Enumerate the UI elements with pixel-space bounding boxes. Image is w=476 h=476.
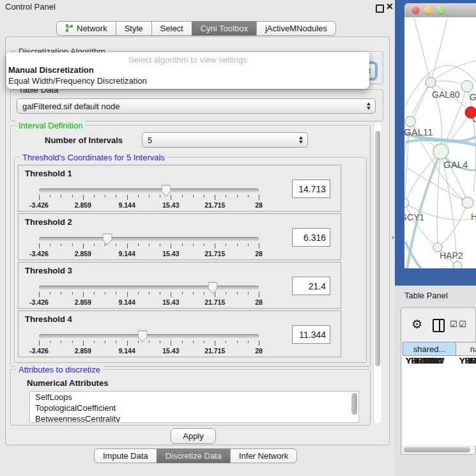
table-row[interactable]: YIL052CYIL0 (403, 356, 476, 365)
tab-label: Discretize Data (165, 451, 222, 461)
checkbox-icon[interactable]: ☑ (450, 319, 457, 329)
slider-ticks (39, 292, 259, 298)
tab-label: Select (160, 24, 183, 33)
tick-mark (248, 341, 249, 343)
tick-label: 28 (255, 250, 263, 257)
tab-jactivemnodules[interactable]: jActiveMNodules (256, 21, 336, 36)
tick-mark (39, 243, 40, 249)
network-node[interactable] (462, 197, 473, 208)
numerical-attributes-label: Numerical Attributes (27, 378, 108, 388)
network-edge[interactable] (406, 167, 468, 203)
network-node[interactable] (405, 116, 415, 127)
threshold-value-field[interactable]: 21.4 (292, 277, 330, 295)
gear-icon[interactable]: ⚙ (411, 317, 422, 332)
tick-mark (127, 341, 128, 346)
panel-scrollbar-thumb[interactable] (375, 131, 380, 366)
table-data-value: galFiltered.sif default node (22, 102, 119, 111)
slider-tick-labels: -3.4262.8599.14415.4321.71528 (39, 201, 259, 209)
network-node[interactable] (453, 261, 462, 268)
slider-tick-labels: -3.4262.8599.14415.4321.71528 (39, 298, 259, 306)
column-header-shared-name[interactable]: shared... (403, 342, 456, 356)
tick-mark (127, 195, 128, 200)
tick-mark (105, 292, 105, 295)
threshold-1-block: Threshold 1 -3.4262.8599.14415.4321.7152… (18, 165, 341, 211)
number-of-intervals-combobox[interactable]: 5 (142, 132, 308, 148)
network-node[interactable] (426, 77, 436, 88)
threshold-slider[interactable] (39, 237, 259, 241)
threshold-slider[interactable] (39, 188, 259, 192)
tab-style[interactable]: Style (116, 21, 152, 36)
network-edge[interactable] (414, 18, 431, 82)
attribute-list-item[interactable]: SelfLoops (30, 392, 358, 403)
tab-cyni-toolbox[interactable]: Cyni Toolbox (192, 21, 257, 36)
close-traffic-light-icon[interactable] (411, 6, 420, 14)
tick-mark (149, 341, 150, 343)
network-edge[interactable] (438, 203, 468, 247)
checkbox-icon[interactable]: ☑ (459, 319, 466, 329)
split-columns-icon[interactable] (433, 319, 445, 332)
tab-discretize-data[interactable]: Discretize Data (157, 449, 231, 463)
column-header-name[interactable]: na (456, 342, 476, 356)
zoom-traffic-light-icon[interactable] (437, 6, 445, 14)
cyni-mode-tabs: Impute Data Discretize Data Infer Networ… (94, 449, 297, 463)
tab-label: Infer Network (239, 451, 288, 461)
attribute-list-item[interactable]: TopologicalCoefficient (30, 403, 358, 413)
tick-label: 21.715 (204, 347, 225, 355)
network-node[interactable] (461, 81, 473, 92)
network-edge[interactable] (437, 151, 441, 247)
tick-mark (237, 243, 238, 246)
combo-stepper-icon (299, 136, 303, 144)
attribute-list-item[interactable]: BetweennessCentrality (30, 413, 358, 423)
algorithm-dropdown-popup: Select algorithm to view settings Manual… (6, 52, 369, 89)
tick-mark (138, 243, 139, 246)
tick-mark (204, 195, 204, 197)
table-data-combobox[interactable]: galFiltered.sif default node (17, 98, 376, 114)
apply-button[interactable]: Apply (171, 428, 216, 444)
tab-impute-data[interactable]: Impute Data (94, 449, 157, 463)
threshold-value-field[interactable]: 6.316 (292, 228, 330, 247)
threshold-slider[interactable] (39, 334, 259, 338)
tick-label: 28 (255, 347, 263, 355)
threshold-slider[interactable] (39, 286, 259, 289)
tick-mark (226, 243, 226, 246)
table-horizontal-scrollbar[interactable] (403, 446, 475, 453)
tick-mark (105, 243, 105, 246)
tick-mark (226, 292, 226, 295)
node-table[interactable]: shared... na YDL19...YDL1YDR27...YDR2YBR… (403, 342, 476, 445)
slider-tick-labels: -3.4262.8599.14415.4321.71528 (39, 250, 259, 257)
network-graph[interactable]: GAL80GACGAL11GAL4GCY1HHAP2 (404, 17, 476, 268)
tick-label: 21.715 (204, 298, 225, 306)
tick-mark (72, 292, 73, 295)
tick-mark (237, 341, 238, 343)
tick-label: -3.426 (29, 201, 49, 209)
tab-network[interactable]: Network (56, 21, 116, 36)
cell-shared-name[interactable]: YIL052C (403, 356, 456, 365)
network-node[interactable] (433, 144, 449, 159)
node-label: H (471, 211, 476, 222)
dropdown-option-manual-discretization[interactable]: Manual Discretization (6, 65, 369, 75)
numerical-attributes-list[interactable]: SelfLoopsTopologicalCoefficientBetweenne… (29, 391, 359, 423)
tab-label: Style (125, 24, 143, 33)
close-icon[interactable]: ✕ (386, 1, 394, 12)
tick-mark (105, 195, 105, 197)
threshold-value-field[interactable]: 11.344 (292, 325, 330, 344)
minimize-traffic-light-icon[interactable] (424, 6, 433, 14)
dropdown-option-equal-width-frequency[interactable]: Equal Width/Frequency Discretization (6, 75, 369, 86)
tab-select[interactable]: Select (151, 21, 192, 36)
tick-mark (39, 292, 40, 297)
number-of-intervals-label: Number of Intervals (45, 135, 123, 145)
network-node[interactable] (404, 199, 409, 208)
tick-mark (94, 341, 95, 343)
float-window-icon[interactable] (376, 4, 384, 13)
split-pane-handle[interactable] (392, 236, 394, 239)
tab-infer-network[interactable]: Infer Network (230, 449, 297, 463)
network-window-titlebar[interactable] (404, 3, 476, 18)
list-scrollbar[interactable] (351, 393, 357, 415)
threshold-value-field[interactable]: 14.713 (292, 180, 330, 198)
network-canvas[interactable]: GAL80GACGAL11GAL4GCY1HHAP2 (404, 17, 476, 268)
tick-mark (50, 341, 50, 343)
cell-name[interactable]: YIL0 (456, 356, 476, 365)
table-scrollbar-thumb[interactable] (404, 447, 470, 452)
panel-scrollbar[interactable] (373, 121, 382, 424)
network-edge[interactable] (431, 61, 476, 82)
